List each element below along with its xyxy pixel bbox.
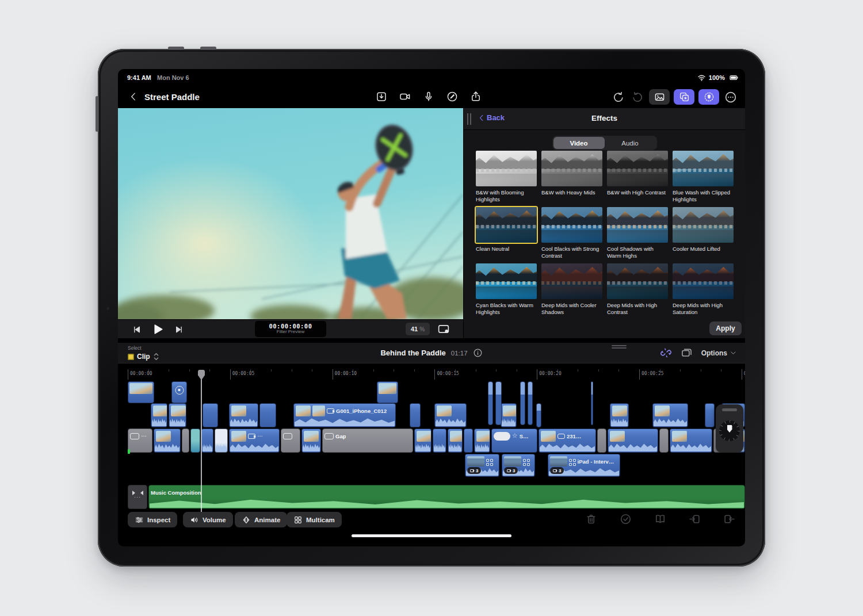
toolbar-multicam-button[interactable]: Multicam [287,512,342,527]
timeline-clip[interactable] [608,428,658,453]
effect-item[interactable]: Clean Neutral [476,207,537,260]
options-button[interactable]: Options [701,349,737,357]
toolbar-adjust-button[interactable] [698,89,719,105]
toolbar-inspect-button[interactable]: Inspect [128,512,177,527]
video-preview[interactable] [118,108,463,319]
timeline-clip[interactable] [536,403,541,427]
skip-forward-button[interactable] [174,324,184,335]
toolbar-volume-button[interactable]: Volume [183,512,233,527]
timeline-clip[interactable] [591,381,593,425]
play-button[interactable] [151,323,165,336]
effect-item[interactable]: B&W with Heavy Mids [541,151,602,204]
timeline-clip[interactable] [705,403,715,427]
toolbar-mic-button[interactable] [423,91,434,102]
toolbar-import-button[interactable] [376,91,387,102]
timeline-clip[interactable] [377,381,398,403]
timeline-clip[interactable]: 3 [465,454,499,477]
timeline-clip[interactable] [448,428,463,453]
toolbar-share-button[interactable] [470,91,482,102]
tab-audio[interactable]: Audio [605,137,656,149]
effect-item[interactable]: Cyan Blacks with Warm Highlights [476,263,537,316]
timeline-ruler[interactable]: 00:00:0000:00:0500:00:1000:00:1500:00:20… [128,369,745,381]
timeline-clip[interactable] [414,428,432,453]
effect-item[interactable]: Cool Shadows with Warm Highs [607,207,668,260]
timeline-clip[interactable] [259,403,276,427]
timeline-clip[interactable]: iPad - Interv…3 [548,454,620,477]
effect-thumbnail[interactable] [476,263,537,299]
effect-thumbnail[interactable] [673,151,734,186]
effect-item[interactable]: Blue Wash with Clipped Highlights [673,151,734,204]
side-button[interactable] [96,96,98,132]
effect-item[interactable]: B&W with High Contrast [607,151,668,204]
effect-thumbnail[interactable] [476,207,537,243]
jog-wheel[interactable] [716,404,743,453]
timeline-clip[interactable] [171,381,187,403]
timeline-clip[interactable] [281,428,300,453]
timeline-clip[interactable] [433,428,446,453]
tab-video[interactable]: Video [553,137,605,149]
overlay-icon[interactable] [681,347,693,359]
effect-item[interactable]: Deep Mids with High Saturation [673,263,734,316]
timeline-clip[interactable]: ☆S… [491,428,537,453]
toolbar-undo-button[interactable] [611,90,626,105]
timeline-clip[interactable]: 231… [539,428,596,453]
timeline-clip[interactable]: Gap [322,428,413,453]
back-button[interactable]: Back [478,113,505,122]
top-button[interactable] [168,47,184,49]
display-options-button[interactable] [436,323,451,335]
effect-item[interactable]: Deep Mids with Cooler Shadows [541,263,602,316]
effect-item[interactable]: Cooler Muted Lifted [673,207,734,260]
effect-thumbnail[interactable] [607,207,668,243]
timeline-clip[interactable] [215,428,228,453]
timeline-clip[interactable] [501,403,517,427]
timeline-clip[interactable] [659,428,669,453]
back-icon[interactable] [128,91,139,102]
home-indicator[interactable] [352,534,511,537]
timeline-clip[interactable]: … [229,428,280,453]
effect-thumbnail[interactable] [673,207,734,243]
timeline-clip[interactable] [520,381,525,425]
timeline-clip[interactable] [410,403,421,427]
timeline-clip[interactable] [128,381,154,403]
timeline-clip[interactable] [229,403,258,427]
unlink-icon[interactable] [660,347,672,359]
effect-item[interactable]: Deep Mids with High Contrast [607,263,668,316]
timeline-clip[interactable] [154,428,181,453]
timeline-clip[interactable]: G001_iPhone_C012 [293,403,396,427]
playhead[interactable] [198,370,205,512]
timeline-clip[interactable] [597,428,606,453]
toolbar-effects-button[interactable] [674,89,694,105]
timeline-clip[interactable] [610,403,629,427]
effect-item[interactable]: Cool Blacks with Strong Contrast [541,207,602,260]
apply-button[interactable]: Apply [709,322,742,335]
timeline-clip[interactable] [474,428,490,453]
effect-thumbnail[interactable] [673,263,734,299]
timeline-clip[interactable]: 3 [502,454,535,477]
effect-thumbnail[interactable] [541,207,602,243]
timeline-clip[interactable] [182,428,189,453]
timeline-clip[interactable] [495,381,502,425]
timeline-clip[interactable] [203,403,218,427]
toolbar-more-button[interactable] [723,90,738,105]
zoom-level-control[interactable]: 41 % [406,323,430,335]
toolbar-pencil-button[interactable] [446,91,458,102]
toolbar-animate-button[interactable]: Animate [235,512,287,527]
timeline-clip[interactable] [670,428,712,453]
timecode-display[interactable]: 00:00:00:00 Filter Preview [255,321,326,337]
timeline-clip[interactable] [151,403,167,427]
effect-thumbnail[interactable] [476,151,537,186]
volume-button[interactable] [200,47,216,49]
skip-back-button[interactable] [132,324,142,335]
effect-thumbnail[interactable] [607,263,668,299]
playhead-pin[interactable] [198,370,205,380]
timeline-clip[interactable] [301,428,321,453]
toolbar-media-button[interactable] [649,89,670,105]
effect-thumbnail[interactable] [541,263,602,299]
jog-handle[interactable] [722,408,737,411]
timeline-clip[interactable]: … [128,428,152,453]
timeline-clip[interactable] [169,403,186,427]
timeline-clip[interactable] [528,381,533,425]
timeline-clip[interactable] [434,403,467,427]
toolbar-camera-button[interactable] [399,91,411,102]
timeline-clip[interactable] [652,403,688,427]
